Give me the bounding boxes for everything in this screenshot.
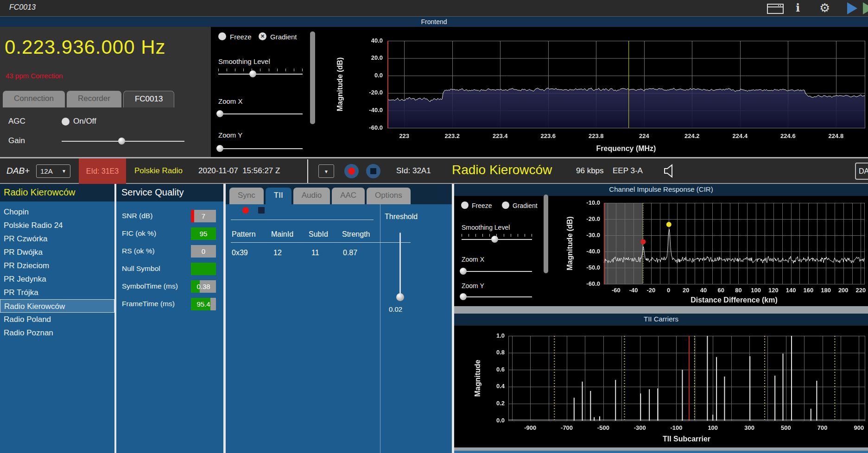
snr-value-badge: 7 [191,210,216,222]
spectrum-zoomy-handle[interactable] [216,145,223,152]
tii-col-subid: SubId [309,230,328,239]
spectrum-zoomx-track[interactable] [218,113,303,114]
cir-freeze-radio[interactable] [461,201,469,209]
spectrum-chart[interactable] [320,27,868,157]
tab-connection[interactable]: Connection [3,91,65,107]
service-list-panel: Radio Kierowców Chopin Polskie Radio 24 … [0,184,114,453]
cir-zoomx-track[interactable] [462,271,532,272]
tab-tii[interactable]: TII [266,188,291,204]
frontend-section-header: Frontend [0,17,868,27]
null-symbol-badge [191,263,216,275]
service-item[interactable]: PR Dwójka [0,245,114,259]
record-button[interactable] [344,164,359,178]
timestamp: 2020-11-07 15:56:27 Z [198,166,280,176]
cir-smoothing-handle[interactable] [491,236,498,243]
service-item[interactable]: Radio Poznan [0,326,114,340]
cir-zoomy-label: Zoom Y [462,282,484,289]
cir-chart[interactable] [549,196,868,306]
sq-row-symbol-time: SymbolTime (ms) 0.38 [116,280,223,293]
service-item[interactable]: PR Dzieciom [0,259,114,272]
current-service-name: Radio Kierowców [452,163,552,177]
gain-slider-handle[interactable] [118,138,125,145]
tab-audio[interactable]: Audio [293,188,330,204]
sq-row-fic: FIC (ok %) 95 [116,227,223,240]
tii-stop-icon[interactable] [258,207,265,214]
spectrum-zoomx-label: Zoom X [218,97,243,105]
cir-zoomx-label: Zoom X [462,256,484,263]
service-item[interactable]: Radio Poland [0,313,114,326]
tab-sync[interactable]: Sync [229,188,264,204]
play-icon[interactable] [847,2,857,14]
service-item[interactable]: PR Trójka [0,286,114,299]
stop-icon [370,168,376,174]
sq-row-rs: RS (ok %) 0 [116,245,223,258]
tab-aac[interactable]: AAC [332,188,365,204]
sid-label: SId: 32A1 [396,166,431,176]
service-item-selected[interactable]: Radio Kierowców [0,299,114,313]
frame-time-badge: 95.4 [191,298,216,310]
window-icon[interactable] [767,4,784,14]
snr-alert-stripe [191,210,194,222]
tab-options[interactable]: Options [367,188,411,204]
next-panel-header-edge [454,451,868,453]
frontend-tabs: Connection Recorder FC0013 [3,91,174,107]
threshold-slider-track[interactable] [399,233,401,296]
sq-label: RS (ok %) [122,247,155,255]
tii-col-mainid: MainId [271,230,293,239]
spectrum-zoomx-handle[interactable] [216,110,223,117]
dab-mode-label: DAB+ [6,166,30,176]
cir-zoomy-track[interactable] [462,296,532,297]
info-icon[interactable]: ℹ [796,1,800,14]
tii-cell-strength: 0.87 [343,249,357,257]
separator [380,204,380,453]
spectrum-freeze-radio[interactable] [218,32,226,40]
agc-label: AGC [8,117,25,126]
service-item[interactable]: Chopin [0,205,114,219]
sq-label: SymbolTime (ms) [122,282,178,290]
sq-row-frame-time: FrameTime (ms) 95.4 [116,298,223,310]
cir-zoomx-handle[interactable] [460,268,467,275]
tii-carriers-chart[interactable] [454,326,868,444]
horizontal-scrollbar[interactable] [454,447,868,451]
service-item[interactable]: PR Jedynka [0,272,114,286]
horizontal-scrollbar[interactable] [454,306,868,314]
record-dropdown-button[interactable]: ▼ [318,164,334,178]
window-title: FC0013 [9,3,36,12]
play-secondary-icon[interactable] [863,2,868,14]
frontend-controls-scrollbar[interactable] [310,31,315,124]
spectrum-freeze-label: Freeze [230,33,252,41]
cir-title: Channel Impulse Response (CIR) [454,184,868,196]
spectrum-zoomy-track[interactable] [218,148,303,149]
service-item[interactable]: Polskie Radio 24 [0,219,114,232]
agc-radio[interactable] [62,118,70,126]
service-item[interactable]: PR Czwórka [0,232,114,245]
spectrum-smoothing-track[interactable] [218,74,303,75]
threshold-slider-handle[interactable] [396,293,404,301]
tab-fc0013[interactable]: FC0013 [123,91,174,107]
frequency-display: 0.223.936.000 Hz [5,36,166,58]
stop-button[interactable] [366,164,380,178]
selected-service-title: Radio Kierowców [0,184,114,201]
cir-gradient-radio[interactable] [502,201,509,209]
gear-icon[interactable]: ⚙ [819,1,830,15]
dab-status-bar: DAB+ 12A ▼ EId: 31E3 Polskie Radio 2020-… [0,158,868,184]
tii-cell-subid: 11 [311,249,319,257]
spectrum-gradient-label: Gradient [270,33,297,41]
cir-controls-scrollbar[interactable] [544,195,548,273]
speaker-icon[interactable] [662,164,677,178]
sq-label: FrameTime (ms) [122,300,175,308]
dab-badge: DAB [855,163,868,180]
record-icon [348,168,355,175]
tii-col-pattern: Pattern [232,230,256,239]
tab-recorder[interactable]: Recorder [67,91,121,107]
cir-zoomy-handle[interactable] [460,293,467,300]
spectrum-smoothing-handle[interactable] [249,70,256,77]
frontend-panel: 0.223.936.000 Hz 43 ppm Correction Conne… [0,27,868,158]
threshold-label: Threshold [385,213,418,221]
titlebar: FC0013 ℹ ⚙ [0,0,868,17]
spectrum-gradient-radio[interactable]: ✕ [259,32,266,40]
eid-badge: EId: 31E3 [79,158,126,184]
tii-record-icon[interactable] [242,207,249,214]
channel-select[interactable]: 12A ▼ [36,164,70,178]
cir-smoothing-label: Smoothing Level [462,224,510,231]
